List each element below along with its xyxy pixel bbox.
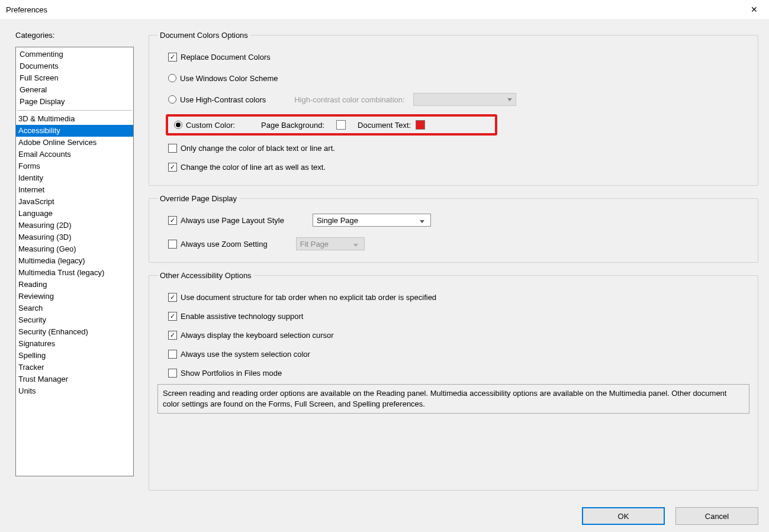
- always-page-layout-label: Always use Page Layout Style: [181, 216, 284, 225]
- portfolios-files-mode-label: Show Portfolios in Files mode: [181, 369, 282, 378]
- assistive-tech-label: Enable assistive technology support: [181, 312, 303, 321]
- override-page-display-group: Override Page Display Always use Page La…: [149, 194, 758, 263]
- change-line-art-label: Change the color of line art as well as …: [181, 163, 326, 172]
- category-item[interactable]: Email Accounts: [16, 149, 133, 160]
- only-black-text-label: Only change the color of black text or l…: [181, 144, 335, 153]
- system-selection-color-checkbox[interactable]: [168, 350, 177, 359]
- category-item[interactable]: 3D & Multimedia: [16, 113, 133, 125]
- custom-color-radio[interactable]: [174, 121, 182, 129]
- document-text-label: Document Text:: [358, 121, 411, 130]
- keyboard-cursor-label: Always display the keyboard selection cu…: [181, 331, 334, 340]
- page-layout-combo[interactable]: Single Page: [313, 214, 431, 227]
- category-item[interactable]: Tracker: [16, 362, 133, 373]
- zoom-value: Fit Page: [300, 240, 329, 249]
- keyboard-cursor-checkbox[interactable]: [168, 331, 177, 340]
- always-page-layout-checkbox[interactable]: [168, 216, 177, 225]
- page-layout-value: Single Page: [317, 216, 358, 225]
- category-item[interactable]: Accessibility: [16, 125, 133, 137]
- tab-order-checkbox[interactable]: [168, 293, 177, 302]
- category-item[interactable]: Language: [16, 208, 133, 220]
- high-contrast-combo-label: High-contrast color combination:: [294, 95, 404, 104]
- category-item[interactable]: Full Screen: [17, 72, 132, 84]
- replace-doc-colors-checkbox[interactable]: [168, 53, 177, 62]
- always-zoom-label: Always use Zoom Setting: [181, 240, 268, 249]
- document-colors-group: Document Colors Options Replace Document…: [149, 31, 758, 186]
- replace-doc-colors-label: Replace Document Colors: [181, 53, 271, 62]
- page-background-swatch[interactable]: [336, 120, 346, 130]
- category-item[interactable]: Measuring (2D): [16, 220, 133, 231]
- category-item[interactable]: Security: [16, 314, 133, 326]
- category-item[interactable]: Multimedia Trust (legacy): [16, 267, 133, 279]
- other-legend: Other Accessibility Options: [157, 271, 254, 280]
- custom-color-label: Custom Color:: [186, 121, 235, 130]
- use-windows-color-radio[interactable]: [168, 74, 176, 82]
- category-item[interactable]: Commenting: [17, 49, 132, 60]
- categories-label: Categories:: [15, 31, 134, 40]
- document-colors-legend: Document Colors Options: [157, 31, 250, 40]
- window-title: Preferences: [6, 5, 47, 14]
- only-black-text-checkbox[interactable]: [168, 144, 177, 153]
- change-line-art-checkbox[interactable]: [168, 163, 177, 172]
- document-text-swatch[interactable]: [416, 120, 425, 130]
- portfolios-files-mode-checkbox[interactable]: [168, 369, 177, 378]
- cancel-button[interactable]: Cancel: [675, 507, 758, 525]
- category-item[interactable]: Signatures: [16, 338, 133, 350]
- info-text: Screen reading and reading order options…: [157, 384, 749, 414]
- categories-list[interactable]: CommentingDocumentsFull ScreenGeneralPag…: [15, 47, 134, 476]
- high-contrast-combo: [413, 93, 516, 106]
- chevron-down-icon: [507, 98, 512, 101]
- category-item[interactable]: Page Display: [17, 96, 132, 108]
- category-item[interactable]: Search: [16, 302, 133, 314]
- page-background-label: Page Background:: [261, 121, 324, 130]
- category-item[interactable]: Reading: [16, 279, 133, 291]
- zoom-combo: Fit Page: [296, 237, 365, 250]
- tab-order-label: Use document structure for tab order whe…: [181, 293, 436, 302]
- category-item[interactable]: Measuring (3D): [16, 231, 133, 243]
- category-item[interactable]: Security (Enhanced): [16, 326, 133, 338]
- use-windows-color-label: Use Windows Color Scheme: [180, 74, 278, 83]
- category-item[interactable]: Measuring (Geo): [16, 243, 133, 255]
- close-icon[interactable]: ✕: [745, 0, 763, 19]
- override-legend: Override Page Display: [157, 194, 239, 203]
- category-item[interactable]: General: [17, 84, 132, 96]
- category-item[interactable]: JavaScript: [16, 196, 133, 208]
- chevron-down-icon: [350, 240, 362, 249]
- category-item[interactable]: Identity: [16, 172, 133, 184]
- system-selection-color-label: Always use the system selection color: [181, 350, 310, 359]
- always-zoom-checkbox[interactable]: [168, 240, 177, 249]
- category-item[interactable]: Multimedia (legacy): [16, 255, 133, 267]
- other-accessibility-group: Other Accessibility Options Use document…: [149, 271, 758, 491]
- category-item[interactable]: Forms: [16, 160, 133, 172]
- use-high-contrast-radio[interactable]: [168, 95, 176, 104]
- use-high-contrast-label: Use High-Contrast colors: [180, 95, 266, 104]
- category-item[interactable]: Internet: [16, 184, 133, 196]
- category-item[interactable]: Adobe Online Services: [16, 137, 133, 149]
- category-item[interactable]: Reviewing: [16, 291, 133, 302]
- category-item[interactable]: Units: [16, 385, 133, 397]
- category-item[interactable]: Trust Manager: [16, 373, 133, 385]
- category-item[interactable]: Spelling: [16, 350, 133, 362]
- ok-button[interactable]: OK: [582, 507, 665, 525]
- category-item[interactable]: Documents: [17, 60, 132, 72]
- assistive-tech-checkbox[interactable]: [168, 312, 177, 321]
- chevron-down-icon: [416, 216, 428, 225]
